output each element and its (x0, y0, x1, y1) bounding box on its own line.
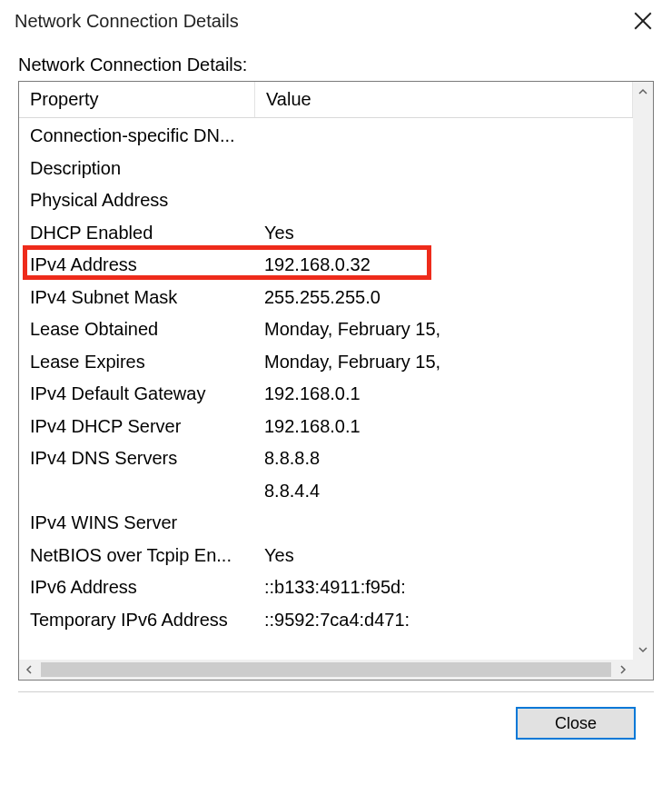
table-row[interactable]: Connection-specific DN... (19, 120, 633, 153)
x-icon (634, 12, 652, 30)
value-cell: Yes (255, 545, 633, 566)
value-cell: 255.255.255.0 (255, 287, 633, 308)
value-cell: ::9592:7ca4:d471: (255, 610, 633, 631)
table-row[interactable]: Description (19, 153, 633, 185)
table-row[interactable]: IPv4 DNS Servers8.8.8.8 (19, 442, 633, 475)
property-cell: Physical Address (19, 190, 255, 211)
titlebar: Network Connection Details (0, 0, 672, 42)
table-row[interactable]: IPv4 WINS Server (19, 507, 633, 540)
property-cell: Lease Expires (19, 352, 255, 373)
list-body: Property Value Connection-specific DN...… (19, 82, 653, 680)
table-row[interactable]: IPv4 DHCP Server192.168.0.1 (19, 411, 633, 443)
header-property[interactable]: Property (19, 82, 255, 117)
close-button[interactable]: Close (516, 707, 636, 740)
property-cell: Connection-specific DN... (19, 125, 255, 146)
scrollbar-corner (633, 660, 653, 680)
scroll-left-icon[interactable] (19, 660, 39, 680)
header-value[interactable]: Value (255, 82, 633, 117)
property-cell: DHCP Enabled (19, 223, 255, 243)
value-cell: 192.168.0.1 (255, 383, 633, 404)
property-cell: Lease Obtained (19, 319, 255, 340)
horizontal-scrollbar[interactable] (19, 660, 633, 680)
content-area: Network Connection Details: Property Val… (0, 42, 672, 785)
property-cell: IPv4 DHCP Server (19, 416, 255, 437)
hscroll-thumb[interactable] (41, 662, 611, 677)
table-row[interactable]: Temporary IPv6 Address::9592:7ca4:d471: (19, 604, 633, 637)
value-cell: 192.168.0.1 (255, 416, 633, 437)
property-cell: IPv4 WINS Server (19, 512, 255, 533)
dialog-window: Network Connection Details Network Conne… (0, 0, 672, 785)
value-cell: 8.8.4.4 (255, 481, 633, 502)
property-cell: IPv4 DNS Servers (19, 448, 255, 469)
property-cell: IPv6 Address (19, 577, 255, 598)
value-cell: 192.168.0.32 (255, 254, 633, 275)
table-row[interactable]: Lease ExpiresMonday, February 15, (19, 346, 633, 379)
close-icon[interactable] (621, 0, 665, 42)
scroll-right-icon[interactable] (613, 660, 633, 680)
section-label: Network Connection Details: (18, 55, 654, 75)
property-cell: Description (19, 158, 255, 179)
value-cell: Yes (255, 223, 633, 243)
column-headers: Property Value (19, 82, 633, 118)
property-cell: Temporary IPv6 Address (19, 610, 255, 631)
table-row[interactable]: IPv6 Address::b133:4911:f95d: (19, 571, 633, 604)
window-title: Network Connection Details (15, 11, 621, 32)
table-row[interactable]: IPv4 Address192.168.0.32 (19, 249, 633, 282)
table-row[interactable]: Physical Address (19, 184, 633, 217)
property-cell: NetBIOS over Tcpip En... (19, 545, 255, 566)
table-row[interactable]: IPv4 Subnet Mask255.255.255.0 (19, 282, 633, 314)
details-list: Property Value Connection-specific DN...… (18, 81, 654, 681)
table-row[interactable]: DHCP EnabledYes (19, 217, 633, 250)
table-row[interactable]: NetBIOS over Tcpip En...Yes (19, 540, 633, 572)
value-cell: Monday, February 15, (255, 319, 633, 340)
property-cell: IPv4 Subnet Mask (19, 287, 255, 308)
scroll-up-icon[interactable] (633, 82, 653, 102)
scroll-down-icon[interactable] (633, 640, 653, 660)
vertical-scrollbar[interactable] (633, 82, 653, 660)
value-cell: Monday, February 15, (255, 352, 633, 373)
dialog-footer: Close (18, 692, 654, 754)
property-cell: IPv4 Address (19, 254, 255, 275)
property-cell: IPv4 Default Gateway (19, 383, 255, 404)
data-rows: Connection-specific DN...DescriptionPhys… (19, 118, 633, 636)
value-cell: ::b133:4911:f95d: (255, 577, 633, 598)
table-row[interactable]: Lease ObtainedMonday, February 15, (19, 313, 633, 346)
table-row[interactable]: IPv4 Default Gateway192.168.0.1 (19, 378, 633, 411)
value-cell: 8.8.8.8 (255, 448, 633, 469)
table-row[interactable]: 8.8.4.4 (19, 475, 633, 508)
